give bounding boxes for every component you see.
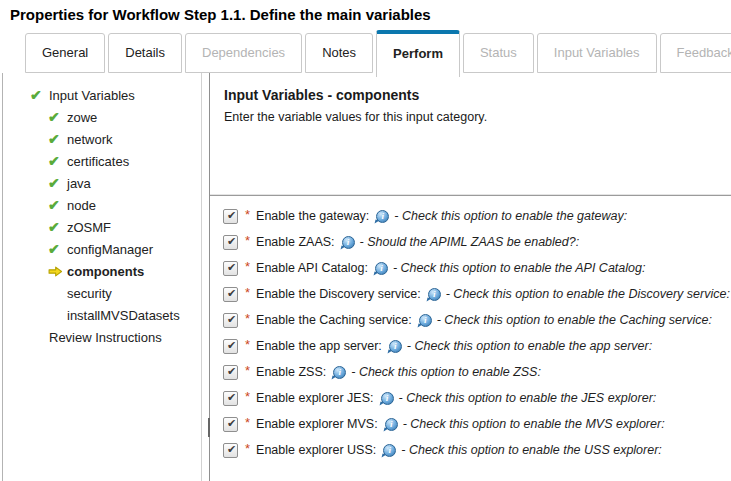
section-divider — [210, 195, 731, 196]
checkmark-icon: ✔ — [227, 366, 236, 377]
checkmark-icon: ✔ — [227, 418, 236, 429]
tree-item-node[interactable]: ✔ node — [3, 194, 201, 216]
tab-notes[interactable]: Notes — [305, 33, 373, 73]
page-title: Properties for Workflow Step 1.1. Define… — [10, 6, 431, 23]
info-icon[interactable]: i — [382, 444, 396, 457]
tree-item-label: certificates — [67, 154, 129, 169]
enable-zss-checkbox[interactable]: ✔ — [223, 365, 238, 380]
variable-row-api-catalog: ✔ * Enable API Catalog: i - Check this o… — [223, 255, 727, 281]
variable-row-app-server: ✔ * Enable the app server: i - Check thi… — [223, 333, 727, 359]
checkmark-icon: ✔ — [227, 444, 236, 455]
variable-label: Enable explorer USS: — [256, 443, 376, 457]
tree-item-label: configManager — [67, 242, 153, 257]
complete-check-icon: ✔ — [48, 242, 67, 256]
tab-perform[interactable]: Perform — [376, 30, 460, 77]
tree-item-review-instructions[interactable]: Review Instructions — [3, 326, 201, 348]
enable-discovery-checkbox[interactable]: ✔ — [223, 287, 238, 302]
info-icon[interactable]: i — [388, 340, 402, 353]
tree-item-certificates[interactable]: ✔ certificates — [3, 150, 201, 172]
tree-item-label: network — [67, 132, 113, 147]
variable-label: Enable explorer JES: — [256, 391, 373, 405]
input-variables-panel: Input Variables - components Enter the v… — [210, 73, 731, 481]
enable-zaas-checkbox[interactable]: ✔ — [223, 235, 238, 250]
variable-help-text: - Check this option to enable the MVS ex… — [403, 417, 665, 431]
tab-general[interactable]: General — [25, 33, 105, 73]
required-asterisk: * — [245, 311, 250, 326]
tree-item-components[interactable]: components — [3, 260, 201, 282]
complete-check-icon: ✔ — [48, 110, 67, 124]
tree-item-label: zowe — [67, 110, 97, 125]
info-icon[interactable]: i — [332, 366, 346, 379]
variable-help-text: - Check this option to enable the Cachin… — [437, 313, 712, 327]
tab-bar: General Details Dependencies Notes Perfo… — [25, 30, 731, 77]
tree-item-label: installMVSDatasets — [67, 308, 180, 323]
complete-check-icon: ✔ — [48, 154, 67, 168]
variable-row-discovery: ✔ * Enable the Discovery service: i - Ch… — [223, 281, 727, 307]
tree-item-network[interactable]: ✔ network — [3, 128, 201, 150]
tree-item-label: Review Instructions — [49, 330, 162, 345]
variable-row-explorer-mvs: ✔ * Enable explorer MVS: i - Check this … — [223, 411, 727, 437]
info-icon[interactable]: i — [375, 210, 389, 223]
enable-gateway-checkbox[interactable]: ✔ — [223, 209, 238, 224]
enable-explorer-mvs-checkbox[interactable]: ✔ — [223, 417, 238, 432]
variable-row-caching: ✔ * Enable the Caching service: i - Chec… — [223, 307, 727, 333]
info-icon[interactable]: i — [427, 288, 441, 301]
variable-label: Enable explorer MVS: — [256, 417, 378, 431]
tree-item-label: components — [67, 264, 144, 279]
variable-help-text: - Check this option to enable the USS ex… — [401, 443, 662, 457]
info-icon[interactable]: i — [418, 314, 432, 327]
tree-item-configmanager[interactable]: ✔ configManager — [3, 238, 201, 260]
enable-caching-checkbox[interactable]: ✔ — [223, 313, 238, 328]
variable-help-text: - Check this option to enable the JES ex… — [399, 391, 657, 405]
tab-status: Status — [463, 33, 534, 73]
tree-item-zosmf[interactable]: ✔ zOSMF — [3, 216, 201, 238]
tab-dependencies: Dependencies — [185, 33, 302, 73]
variable-row-explorer-jes: ✔ * Enable explorer JES: i - Check this … — [223, 385, 727, 411]
variable-row-explorer-uss: ✔ * Enable explorer USS: i - Check this … — [223, 437, 727, 463]
tree-item-installmvsdatasets[interactable]: installMVSDatasets — [3, 304, 201, 326]
variable-row-gateway: ✔ * Enable the gateway: i - Check this o… — [223, 203, 727, 229]
enable-app-server-checkbox[interactable]: ✔ — [223, 339, 238, 354]
variable-help-text: - Should the APIML ZAAS be enabled?: — [360, 235, 580, 249]
enable-api-catalog-checkbox[interactable]: ✔ — [223, 261, 238, 276]
tree-item-java[interactable]: ✔ java — [3, 172, 201, 194]
panel-splitter[interactable] — [201, 73, 210, 481]
required-asterisk: * — [245, 441, 250, 456]
tree-item-security[interactable]: security — [3, 282, 201, 304]
variable-label: Enable ZAAS: — [256, 235, 335, 249]
tab-details[interactable]: Details — [108, 33, 182, 73]
variable-row-zaas: ✔ * Enable ZAAS: i - Should the APIML ZA… — [223, 229, 727, 255]
required-asterisk: * — [245, 259, 250, 274]
variable-help-text: - Check this option to enable the API Ca… — [393, 261, 645, 275]
enable-explorer-uss-checkbox[interactable]: ✔ — [223, 443, 238, 458]
variable-row-zss: ✔ * Enable ZSS: i - Check this option to… — [223, 359, 727, 385]
complete-check-icon: ✔ — [48, 132, 67, 146]
perform-tab-panel: ✔ Input Variables ✔ zowe ✔ network ✔ cer… — [2, 73, 731, 481]
panel-description: Enter the variable values for this input… — [224, 110, 487, 124]
checkmark-icon: ✔ — [227, 340, 236, 351]
enable-explorer-jes-checkbox[interactable]: ✔ — [223, 391, 238, 406]
step-navigation-tree: ✔ Input Variables ✔ zowe ✔ network ✔ cer… — [3, 73, 201, 481]
required-asterisk: * — [245, 363, 250, 378]
required-asterisk: * — [245, 415, 250, 430]
tree-item-input-variables[interactable]: ✔ Input Variables — [3, 84, 201, 106]
checkmark-icon: ✔ — [227, 288, 236, 299]
info-icon[interactable]: i — [380, 392, 394, 405]
checkmark-icon: ✔ — [227, 314, 236, 325]
required-asterisk: * — [245, 207, 250, 222]
checkmark-icon: ✔ — [227, 210, 236, 221]
variable-label: Enable the gateway: — [256, 209, 369, 223]
info-icon[interactable]: i — [374, 262, 388, 275]
required-asterisk: * — [245, 285, 250, 300]
variable-label: Enable the Discovery service: — [256, 287, 421, 301]
tree-item-label: Input Variables — [49, 88, 135, 103]
complete-check-icon: ✔ — [30, 88, 49, 102]
info-icon[interactable]: i — [341, 236, 355, 249]
checkmark-icon: ✔ — [227, 392, 236, 403]
variable-label: Enable the Caching service: — [256, 313, 412, 327]
variable-help-text: - Check this option to enable the Discov… — [446, 287, 730, 301]
info-icon[interactable]: i — [384, 418, 398, 431]
tree-item-label: security — [67, 286, 112, 301]
tree-item-zowe[interactable]: ✔ zowe — [3, 106, 201, 128]
variable-label: Enable the app server: — [256, 339, 382, 353]
